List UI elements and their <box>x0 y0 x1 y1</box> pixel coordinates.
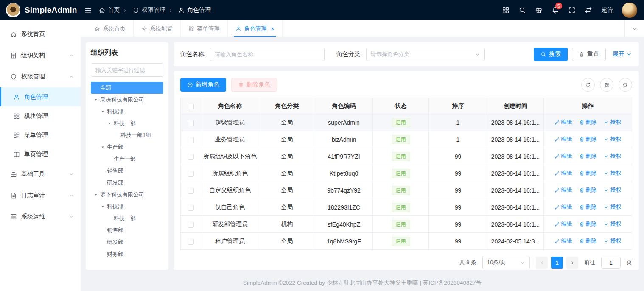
column-settings-button[interactable] <box>600 78 613 92</box>
breadcrumb-item[interactable]: 权限管理 <box>120 6 165 14</box>
tree-node[interactable]: 科技一部1组 <box>91 129 163 141</box>
next-page-button[interactable] <box>566 257 578 269</box>
delete-link[interactable]: 删除 <box>579 220 597 228</box>
authorize-link[interactable]: 授权 <box>603 237 621 245</box>
tree-expand-icon[interactable] <box>107 121 112 126</box>
sidebar-item[interactable]: 系统运维 <box>0 206 81 227</box>
reset-button[interactable]: 重置 <box>572 48 606 61</box>
authorize-link[interactable]: 授权 <box>603 118 621 126</box>
sidebar-item[interactable]: 角色管理 <box>0 87 81 106</box>
tree-expand-icon[interactable] <box>100 145 105 150</box>
tabs-more-button[interactable] <box>624 20 644 37</box>
select-all-checkbox[interactable] <box>188 104 194 109</box>
row-checkbox[interactable] <box>188 154 194 160</box>
tab[interactable]: 菜单管理 × <box>181 20 228 37</box>
edit-link[interactable]: 编辑 <box>554 152 572 160</box>
delete-link[interactable]: 删除 <box>579 169 597 177</box>
delete-link[interactable]: 删除 <box>579 135 597 143</box>
page-size-select[interactable]: 10条/页 <box>482 256 530 269</box>
tree-node[interactable]: 果冻科技有限公司 <box>91 94 163 106</box>
org-filter-input[interactable] <box>91 63 163 77</box>
edit-link[interactable]: 编辑 <box>554 118 572 126</box>
tree-expand-icon[interactable] <box>100 109 105 114</box>
tree-node[interactable]: 科技一部 <box>91 118 163 129</box>
tree-expand-icon[interactable] <box>93 192 98 197</box>
user-avatar[interactable] <box>622 3 637 18</box>
sidebar-item[interactable]: 日志审计 <box>0 185 81 206</box>
tree-node[interactable]: 销售部 <box>91 224 163 236</box>
delete-link[interactable]: 删除 <box>579 152 597 160</box>
breadcrumb-item[interactable]: 首页 <box>99 6 120 14</box>
tree-node[interactable]: 研发部 <box>91 177 163 189</box>
role-category-select[interactable]: 请选择角色分类 <box>366 48 485 61</box>
authorize-link[interactable]: 授权 <box>603 203 621 211</box>
row-checkbox[interactable] <box>188 188 194 194</box>
delete-link[interactable]: 删除 <box>579 237 597 245</box>
tree-node-label: 生产一部 <box>114 155 136 163</box>
search-icon[interactable] <box>518 6 526 14</box>
breadcrumb-item[interactable]: 角色管理 <box>165 6 211 14</box>
add-role-button[interactable]: 新增角色 <box>180 78 226 92</box>
sidebar-collapse-button[interactable] <box>84 6 92 14</box>
tree-expand-icon[interactable] <box>93 97 98 102</box>
tree-expand-icon[interactable] <box>100 204 105 209</box>
authorize-link[interactable]: 授权 <box>603 135 621 143</box>
tab-close-icon[interactable]: × <box>271 25 274 32</box>
sidebar-item[interactable]: 模块管理 <box>0 106 81 126</box>
tree-node[interactable]: 科技一部 <box>91 213 163 224</box>
tree-node[interactable]: 萝卜科技有限公司 <box>91 189 163 201</box>
edit-link[interactable]: 编辑 <box>554 220 572 228</box>
tree-node[interactable]: 科技部 <box>91 106 163 118</box>
swap-icon[interactable] <box>585 6 592 14</box>
sidebar-item[interactable]: 权限管理 <box>0 66 81 87</box>
row-checkbox[interactable] <box>188 120 194 126</box>
gift-icon[interactable] <box>535 6 543 14</box>
edit-link[interactable]: 编辑 <box>554 135 572 143</box>
search-button[interactable]: 搜索 <box>534 48 568 61</box>
tree-node[interactable]: 研发部 <box>91 236 163 248</box>
expand-link[interactable]: 展开 <box>613 50 632 58</box>
username[interactable]: 超管 <box>601 6 613 14</box>
edit-link[interactable]: 编辑 <box>554 237 572 245</box>
role-name-input[interactable] <box>210 48 325 61</box>
delete-role-button[interactable]: 删除角色 <box>231 78 277 92</box>
row-checkbox[interactable] <box>188 205 194 211</box>
table-search-button[interactable] <box>619 78 632 92</box>
row-checkbox[interactable] <box>188 222 194 228</box>
sidebar-item[interactable]: 单页管理 <box>0 145 81 164</box>
edit-link[interactable]: 编辑 <box>554 203 572 211</box>
authorize-link[interactable]: 授权 <box>603 169 621 177</box>
tree-node[interactable]: 销售部 <box>91 165 163 177</box>
authorize-link[interactable]: 授权 <box>603 152 621 160</box>
tree-node[interactable]: 生产部 <box>91 141 163 153</box>
sidebar-item[interactable]: 基础工具 <box>0 164 81 185</box>
page-number-button[interactable]: 1 <box>551 257 563 269</box>
sidebar-item[interactable]: 系统首页 <box>0 24 81 45</box>
delete-link[interactable]: 删除 <box>579 118 597 126</box>
tabs: 系统首页 × 系统配置 × 菜单管理 × <box>87 20 283 37</box>
row-checkbox[interactable] <box>188 239 194 245</box>
edit-link[interactable]: 编辑 <box>554 169 572 177</box>
sidebar-item[interactable]: 菜单管理 <box>0 126 81 145</box>
fullscreen-icon[interactable] <box>568 6 576 14</box>
edit-link[interactable]: 编辑 <box>554 186 572 194</box>
tab[interactable]: 角色管理 × <box>228 20 283 37</box>
tree-node[interactable]: 财务部 <box>91 248 163 260</box>
tab[interactable]: 系统首页 × <box>87 20 134 37</box>
tree-node[interactable]: 科技部 <box>91 201 163 213</box>
tree-node[interactable]: 生产一部 <box>91 153 163 165</box>
tree-node[interactable]: 全部 <box>91 82 163 94</box>
sidebar-item[interactable]: 组织架构 <box>0 45 81 66</box>
delete-link[interactable]: 删除 <box>579 203 597 211</box>
refresh-button[interactable] <box>581 78 595 92</box>
authorize-link[interactable]: 授权 <box>603 220 621 228</box>
layout-grid-icon[interactable] <box>502 6 510 14</box>
row-checkbox[interactable] <box>188 137 194 143</box>
prev-page-button[interactable] <box>536 257 548 269</box>
notification-bell-icon[interactable]: 5 <box>552 6 559 14</box>
row-checkbox[interactable] <box>188 171 194 177</box>
delete-link[interactable]: 删除 <box>579 186 597 194</box>
tab[interactable]: 系统配置 × <box>134 20 181 37</box>
goto-page-input[interactable] <box>601 257 621 269</box>
authorize-link[interactable]: 授权 <box>603 186 621 194</box>
